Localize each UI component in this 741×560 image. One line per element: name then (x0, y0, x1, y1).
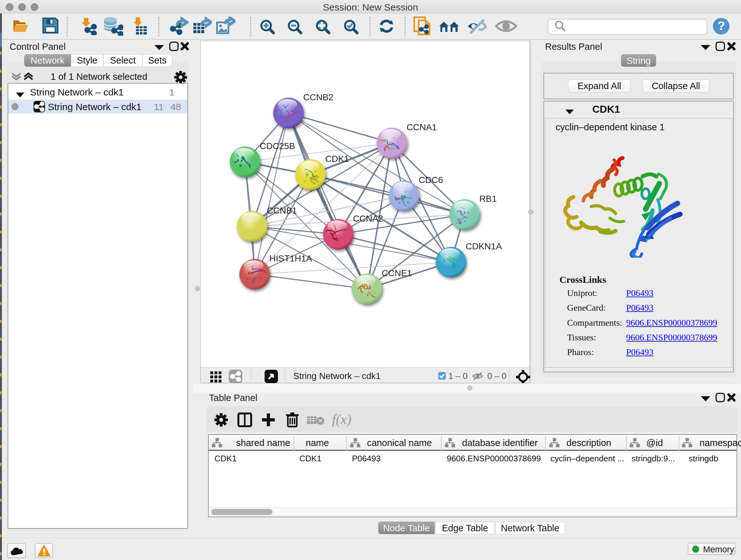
svg-text:CCNE1: CCNE1 (382, 268, 412, 278)
svg-text:RB1: RB1 (479, 194, 496, 204)
svg-text:?: ? (718, 19, 725, 33)
svg-text:CCNB1: CCNB1 (267, 206, 297, 215)
svg-text:CDC25B: CDC25B (260, 141, 295, 151)
svg-text:HIST1H1A: HIST1H1A (269, 253, 312, 263)
svg-text:CCNA1: CCNA1 (407, 122, 437, 132)
svg-text:CDKN1A: CDKN1A (466, 241, 502, 251)
svg-text:CCNB2: CCNB2 (303, 92, 333, 102)
svg-text:CDC6: CDC6 (419, 175, 443, 185)
svg-text:CDK1: CDK1 (325, 154, 349, 164)
svg-text:CCNA2: CCNA2 (353, 213, 383, 224)
